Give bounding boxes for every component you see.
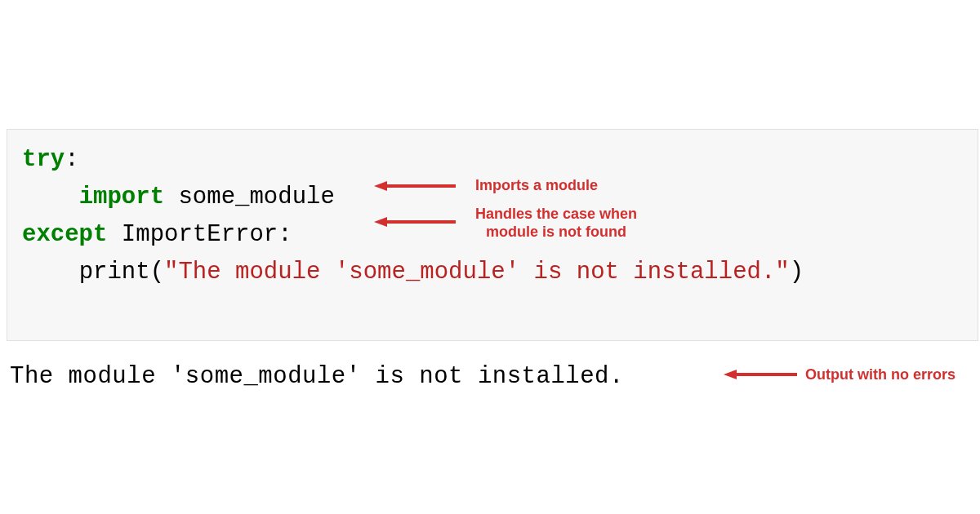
print-func: print( [79,259,164,286]
svg-marker-3 [374,217,387,227]
arrow-2 [374,216,456,228]
annotation-output: Output with no errors [805,366,956,384]
error-type: ImportError: [122,221,292,248]
annotation-handles-line2: module is not found [475,224,637,241]
space [164,184,178,210]
string-literal: "The module 'some_module' is not install… [164,259,790,286]
annotation-handles-line1: Handles the case when [475,206,637,224]
svg-marker-5 [724,370,737,379]
colon: : [65,146,78,173]
arrow-3 [724,369,797,380]
blank-line [22,291,963,329]
module-name: some_module [178,184,334,210]
indent [22,184,79,210]
code-line-print: print("The module 'some_module' is not i… [22,254,963,291]
keyword-except: except [22,221,107,248]
indent [22,259,79,286]
svg-marker-1 [374,181,387,191]
code-line-try: try: [22,141,963,179]
output-text: The module 'some_module' is not installe… [10,363,624,390]
annotation-handles: Handles the case when module is not foun… [475,206,637,241]
annotation-imports: Imports a module [475,177,598,195]
close-paren: ) [790,259,804,286]
keyword-import: import [79,184,164,210]
arrow-1 [374,180,456,192]
space [107,221,121,248]
keyword-try: try [22,146,65,173]
